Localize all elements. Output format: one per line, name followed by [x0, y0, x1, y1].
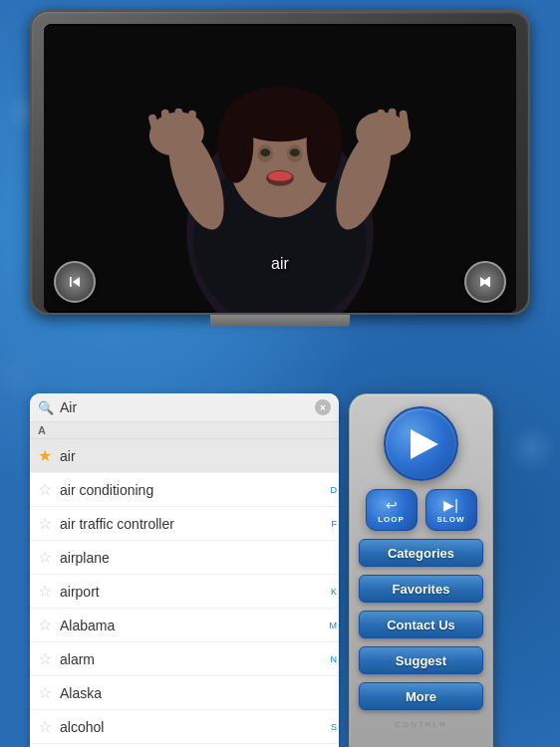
search-input[interactable]: Air	[60, 399, 309, 415]
suggest-label: Suggest	[396, 653, 446, 668]
svg-rect-20	[174, 109, 182, 130]
slow-icon: ▶|	[443, 497, 458, 513]
search-list-panel: 🔍 Air × A ★air☆air conditioningD☆air tra…	[30, 393, 339, 747]
categories-label: Categories	[388, 546, 454, 561]
video-area: air	[44, 24, 516, 313]
list-item-label: airport	[60, 584, 331, 600]
more-button[interactable]: More	[359, 682, 483, 710]
play-button[interactable]	[384, 406, 458, 481]
tv-stand	[210, 315, 350, 327]
svg-point-7	[307, 105, 343, 183]
svg-point-11	[290, 148, 300, 156]
favorites-button[interactable]: Favorites	[359, 575, 483, 603]
list-item[interactable]: ★air	[30, 439, 339, 473]
skip-back-icon	[65, 272, 85, 292]
star-icon[interactable]: ☆	[38, 649, 52, 668]
tv-bezel: air ASL Di	[30, 10, 530, 315]
svg-point-13	[268, 171, 292, 181]
star-icon[interactable]: ☆	[38, 582, 52, 601]
star-icon[interactable]: ☆	[38, 548, 52, 567]
list-item[interactable]: ☆air traffic controllerF	[30, 507, 339, 541]
prev-button[interactable]	[54, 261, 96, 303]
list-item-label: air traffic controller	[60, 516, 331, 532]
star-icon[interactable]: ☆	[38, 717, 52, 736]
bottom-section: 🔍 Air × A ★air☆air conditioningD☆air tra…	[30, 393, 530, 747]
contact-us-label: Contact Us	[387, 618, 455, 632]
suggest-button[interactable]: Suggest	[359, 646, 483, 674]
list-item-label: alarm	[60, 651, 331, 667]
list-item[interactable]: ☆airplane	[30, 541, 339, 575]
categories-button[interactable]: Categories	[359, 539, 483, 567]
favorites-label: Favorites	[393, 582, 450, 597]
tv-screen: air ASL Di	[44, 24, 516, 313]
list-item[interactable]: ☆AlabamaM	[30, 609, 339, 642]
star-icon[interactable]: ★	[38, 446, 52, 465]
alpha-index-letter: F	[332, 519, 338, 529]
play-icon	[411, 429, 438, 459]
video-controls	[54, 261, 506, 303]
tv-container: air ASL Di	[30, 10, 530, 327]
loop-icon: ↩	[386, 497, 398, 513]
small-buttons-row: ↩ LOOP ▶| SLOW	[360, 489, 482, 531]
contact-us-button[interactable]: Contact Us	[359, 611, 483, 638]
list-items-container[interactable]: ★air☆air conditioningD☆air traffic contr…	[30, 439, 339, 747]
remote-control: ↩ LOOP ▶| SLOW Categories Favorites Cont…	[349, 393, 493, 747]
list-item[interactable]: ☆air conditioningD	[30, 473, 339, 507]
star-icon[interactable]: ☆	[38, 683, 52, 702]
star-icon[interactable]: ☆	[38, 616, 52, 634]
slow-label: SLOW	[437, 515, 465, 524]
search-bar: 🔍 Air ×	[30, 393, 339, 422]
alpha-index-letter: D	[331, 485, 338, 495]
list-item[interactable]: ☆airportK	[30, 575, 339, 609]
remote-brand-label: CONTRLR	[395, 720, 447, 729]
list-item-label: airplane	[60, 550, 331, 566]
list-section-header: A	[30, 422, 339, 439]
list-item[interactable]: ☆Alaska	[30, 676, 339, 710]
list-item-label: alcohol	[60, 719, 331, 735]
alpha-index-letter: M	[330, 621, 338, 630]
more-label: More	[406, 689, 436, 704]
list-item-label: Alaska	[60, 685, 331, 701]
list-item[interactable]: ☆alarmN	[30, 642, 339, 676]
slow-button[interactable]: ▶| SLOW	[425, 489, 477, 531]
skip-forward-icon	[475, 272, 495, 292]
search-clear-button[interactable]: ×	[315, 399, 331, 415]
loop-label: LOOP	[378, 515, 405, 524]
star-icon[interactable]: ☆	[38, 514, 52, 533]
alpha-index-letter: K	[331, 587, 337, 597]
loop-button[interactable]: ↩ LOOP	[366, 489, 418, 531]
next-button[interactable]	[464, 261, 506, 303]
svg-rect-24	[389, 109, 397, 130]
list-item[interactable]: ☆alcoholS	[30, 710, 339, 744]
list-item-label: air conditioning	[60, 482, 331, 498]
search-icon: 🔍	[38, 400, 54, 415]
star-icon[interactable]: ☆	[38, 480, 52, 499]
alpha-index-letter: N	[331, 654, 338, 664]
svg-point-6	[218, 105, 254, 183]
list-item-label: Alabama	[60, 618, 331, 633]
alpha-index-letter: S	[331, 722, 337, 732]
list-item-label: air	[60, 448, 331, 464]
svg-point-10	[260, 148, 270, 156]
